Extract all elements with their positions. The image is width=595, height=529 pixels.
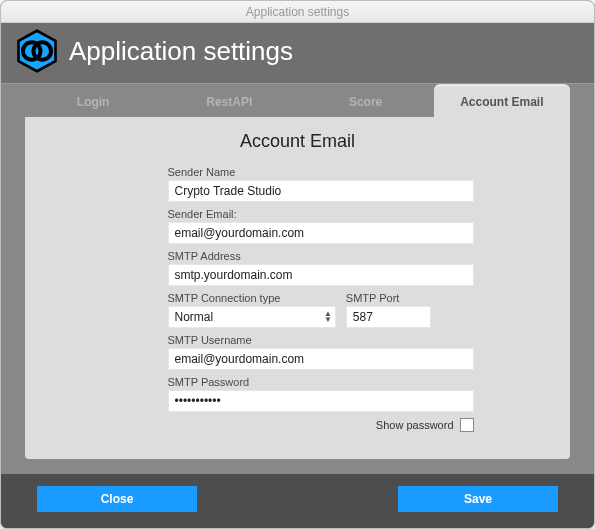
save-button-label: Save: [464, 492, 492, 506]
show-password-checkbox[interactable]: [460, 418, 474, 432]
sender-name-label: Sender Name: [168, 166, 474, 178]
sender-email-input[interactable]: [168, 222, 474, 244]
tab-account-email[interactable]: Account Email: [434, 84, 570, 117]
smtp-address-label: SMTP Address: [168, 250, 474, 262]
tabs: Login RestAPI Score Account Email: [1, 83, 594, 117]
show-password-row: Show password: [168, 418, 474, 432]
header-title: Application settings: [69, 36, 293, 67]
smtp-pass-input[interactable]: [168, 390, 474, 412]
smtp-port-label: SMTP Port: [346, 292, 432, 304]
tab-login[interactable]: Login: [25, 84, 161, 117]
sender-name-input[interactable]: [168, 180, 474, 202]
tab-login-label: Login: [77, 95, 110, 109]
account-email-panel: Account Email Sender Name Sender Email: …: [25, 117, 570, 459]
smtp-conn-select-wrap: ▲▼: [168, 306, 336, 328]
window-titlebar: Application settings: [1, 1, 594, 23]
sender-email-label: Sender Email:: [168, 208, 474, 220]
tab-score-label: Score: [349, 95, 382, 109]
smtp-address-input[interactable]: [168, 264, 474, 286]
smtp-port-input[interactable]: [346, 306, 432, 328]
sender-email-row: Sender Email:: [168, 208, 474, 244]
tab-restapi[interactable]: RestAPI: [161, 84, 297, 117]
tab-account-email-label: Account Email: [460, 95, 543, 109]
window-title: Application settings: [246, 5, 349, 19]
account-email-form: Sender Name Sender Email: SMTP Address S…: [98, 166, 498, 432]
smtp-conn-port-row: SMTP Connection type ▲▼ SMTP Port: [168, 292, 474, 328]
show-password-label: Show password: [376, 419, 454, 431]
smtp-address-row: SMTP Address: [168, 250, 474, 286]
smtp-user-input[interactable]: [168, 348, 474, 370]
close-button-label: Close: [101, 492, 134, 506]
tab-score[interactable]: Score: [298, 84, 434, 117]
tab-restapi-label: RestAPI: [206, 95, 252, 109]
sender-name-row: Sender Name: [168, 166, 474, 202]
smtp-pass-row: SMTP Password: [168, 376, 474, 412]
smtp-conn-label: SMTP Connection type: [168, 292, 336, 304]
smtp-port-col: SMTP Port: [346, 292, 432, 328]
settings-window: Application settings Application setting…: [0, 0, 595, 529]
smtp-user-label: SMTP Username: [168, 334, 474, 346]
smtp-conn-col: SMTP Connection type ▲▼: [168, 292, 336, 328]
smtp-conn-select[interactable]: [168, 306, 336, 328]
app-logo-icon: [15, 29, 59, 73]
save-button[interactable]: Save: [398, 486, 558, 512]
smtp-user-row: SMTP Username: [168, 334, 474, 370]
smtp-pass-label: SMTP Password: [168, 376, 474, 388]
close-button[interactable]: Close: [37, 486, 197, 512]
footer: Close Save: [1, 474, 594, 528]
header: Application settings: [1, 23, 594, 83]
panel-area: Account Email Sender Name Sender Email: …: [1, 117, 594, 474]
panel-heading: Account Email: [53, 131, 542, 152]
